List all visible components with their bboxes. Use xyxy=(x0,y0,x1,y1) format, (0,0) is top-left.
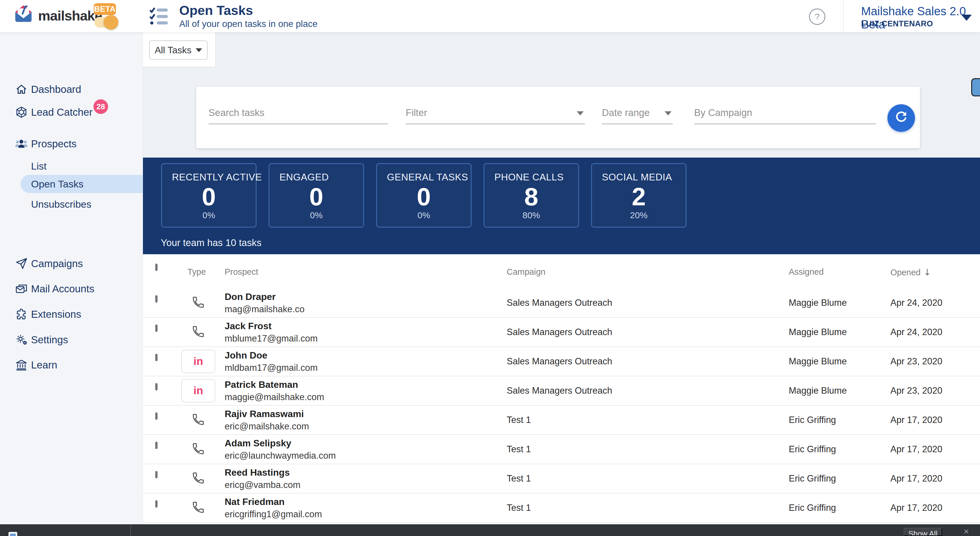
date-range-field-wrap xyxy=(602,107,673,124)
side-widget-tab[interactable] xyxy=(971,78,980,96)
prospect-email: ericgriffing1@gmail.com xyxy=(224,508,322,520)
sidebar-item-settings[interactable]: Settings xyxy=(0,331,143,348)
sidebar-item-label: Mail Accounts xyxy=(31,283,94,295)
prospect-name: Patrick Bateman xyxy=(224,378,324,391)
row-checkbox[interactable] xyxy=(155,414,158,419)
table-row: Don Draper mag@mailshake.co Sales Manage… xyxy=(143,288,980,318)
topbar-divider xyxy=(843,0,843,32)
linkedin-icon[interactable]: in xyxy=(181,350,215,373)
prospect-name: Don Draper xyxy=(224,290,305,303)
mailshake-logo-icon[interactable] xyxy=(13,3,34,24)
task-type-cell: in xyxy=(180,347,217,376)
stat-card: GENERAL TASKS 0 0% xyxy=(376,163,471,227)
row-checkbox[interactable] xyxy=(155,326,158,331)
account-caret-down-icon[interactable] xyxy=(961,14,972,21)
sidebar-item-lead-catcher[interactable]: Lead Catcher28 xyxy=(0,103,143,121)
sidebar-item-label: Learn xyxy=(31,359,57,371)
task-type-cell xyxy=(180,464,217,493)
filter-caret-down-icon xyxy=(577,111,584,115)
sidebar-item-extensions[interactable]: Extensions xyxy=(0,305,143,323)
close-download-bar-icon[interactable]: × xyxy=(964,526,969,536)
show-all-downloads-button[interactable]: Show All xyxy=(904,528,942,536)
stat-card-percent: 0% xyxy=(377,210,471,220)
search-field-wrap xyxy=(208,107,388,124)
row-checkbox[interactable] xyxy=(155,472,158,477)
campaign-cell: Test 1 xyxy=(507,464,531,493)
phone-icon xyxy=(191,325,205,339)
sort-desc-icon: ↓ xyxy=(923,267,931,277)
top-bar: mailshake™ BETA Open Tasks All of your o… xyxy=(0,0,980,32)
beta-toggle[interactable] xyxy=(94,17,114,27)
home-icon xyxy=(14,83,28,96)
sidebar-item-unsubscribes[interactable]: Unsubscribes xyxy=(0,196,143,213)
assigned-cell: Eric Griffing xyxy=(789,464,836,493)
column-header-prospect[interactable]: Prospect xyxy=(224,267,258,277)
prospect-cell[interactable]: John Doe mldbam17@gmail.com xyxy=(224,349,318,374)
stat-card-value: 0 xyxy=(162,182,256,211)
prospect-cell[interactable]: Reed Hastings ericg@vamba.com xyxy=(224,466,301,491)
linkedin-icon[interactable]: in xyxy=(181,379,215,402)
row-checkbox[interactable] xyxy=(155,296,158,302)
beta-badge: BETA xyxy=(94,3,116,15)
sidebar-nav: DashboardLead Catcher28ProspectsListOpen… xyxy=(0,32,143,374)
refresh-button[interactable] xyxy=(888,104,915,132)
bank-icon xyxy=(14,358,28,372)
prospect-email: maggie@mailshake.com xyxy=(224,391,324,403)
table-row: in Patrick Bateman maggie@mailshake.com … xyxy=(143,376,980,406)
column-header-opened[interactable]: Opened↓ xyxy=(890,267,931,277)
table-row: in John Doe mldbam17@gmail.com Sales Man… xyxy=(143,347,980,376)
opened-cell: Apr 24, 2020 xyxy=(890,318,942,347)
tasks-table: Type Prospect Campaign Assigned Opened↓ … xyxy=(143,254,980,524)
column-header-campaign[interactable]: Campaign xyxy=(507,267,546,277)
page-subtitle: All of your open tasks in one place xyxy=(179,19,318,29)
all-tasks-dropdown-button[interactable]: All Tasks xyxy=(149,40,208,60)
assigned-cell: Maggie Blume xyxy=(789,288,847,317)
row-checkbox[interactable] xyxy=(155,443,158,448)
column-header-type[interactable]: Type xyxy=(188,267,206,277)
sidebar-item-campaigns[interactable]: Campaigns xyxy=(0,255,143,272)
sidebar-item-open-tasks[interactable]: Open Tasks xyxy=(0,175,143,193)
caret-down-icon xyxy=(196,48,202,52)
help-icon[interactable]: ? xyxy=(809,8,826,25)
sidebar-item-list[interactable]: List xyxy=(0,157,143,175)
date-range-select[interactable] xyxy=(602,107,673,124)
select-all-checkbox[interactable] xyxy=(155,265,158,270)
prospect-cell[interactable]: Don Draper mag@mailshake.co xyxy=(224,290,305,315)
table-row: Adam Selipsky eric@launchwaymedia.com Te… xyxy=(143,435,980,464)
table-header: Type Prospect Campaign Assigned Opened↓ xyxy=(143,254,980,289)
sidebar-item-prospects[interactable]: Prospects xyxy=(0,135,143,153)
search-tasks-input[interactable] xyxy=(208,107,388,124)
row-checkbox[interactable] xyxy=(155,355,158,360)
row-checkbox[interactable] xyxy=(155,384,158,390)
prospect-cell[interactable]: Patrick Bateman maggie@mailshake.com xyxy=(224,378,324,403)
stat-card-value: 8 xyxy=(484,182,578,211)
by-campaign-input[interactable] xyxy=(694,107,876,124)
campaign-cell: Sales Managers Outreach xyxy=(507,347,612,376)
task-type-cell xyxy=(180,288,217,317)
page-title: Open Tasks xyxy=(179,3,253,18)
prospect-cell[interactable]: Jack Frost mblume17@gmail.com xyxy=(224,320,318,345)
stat-card-label: GENERAL TASKS xyxy=(387,172,468,183)
stat-card: RECENTLY ACTIVE 0 0% xyxy=(161,163,256,227)
stat-card: PHONE CALLS 8 80% xyxy=(484,163,579,227)
prospect-cell[interactable]: Nat Friedman ericgriffing1@gmail.com xyxy=(224,495,322,520)
prospect-name: Jack Frost xyxy=(224,320,318,332)
opened-cell: Apr 17, 2020 xyxy=(890,435,942,464)
stat-card-value: 2 xyxy=(592,182,686,211)
task-type-cell xyxy=(180,406,217,434)
downloaded-file-icon[interactable] xyxy=(8,532,17,536)
prospect-cell[interactable]: Adam Selipsky eric@launchwaymedia.com xyxy=(224,437,336,462)
column-header-assigned[interactable]: Assigned xyxy=(789,267,824,277)
row-checkbox[interactable] xyxy=(155,501,158,507)
sidebar-item-mail-accounts[interactable]: Mail Accounts xyxy=(0,280,143,297)
filter-select[interactable] xyxy=(406,107,585,124)
sidebar-subitem-label: Open Tasks xyxy=(31,178,83,190)
web-icon xyxy=(14,105,28,119)
sidebar-item-learn[interactable]: Learn xyxy=(0,356,143,374)
prospect-cell[interactable]: Rajiv Ramaswami eric@mailshake.com xyxy=(224,407,309,433)
campaign-field-wrap xyxy=(694,107,876,124)
sidebar-item-dashboard[interactable]: Dashboard xyxy=(0,81,143,98)
stat-card-label: PHONE CALLS xyxy=(495,172,564,183)
puzzle-icon xyxy=(14,307,28,321)
refresh-icon xyxy=(894,110,909,126)
